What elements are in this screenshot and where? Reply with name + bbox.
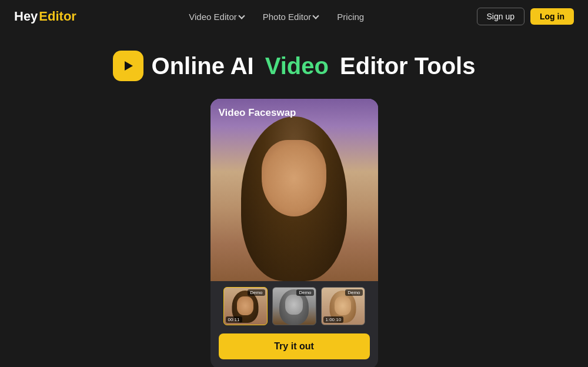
nav-photo-editor[interactable]: Photo Editor [263, 12, 319, 22]
logo-editor: Editor [39, 9, 76, 24]
navbar: HeyEditor Video Editor Photo Editor Pric… [0, 0, 588, 33]
nav-pricing[interactable]: Pricing [337, 12, 364, 22]
hero-title: Online AI Video Editor Tools [113, 51, 476, 81]
face-skin [262, 140, 326, 216]
logo[interactable]: HeyEditor [14, 9, 76, 24]
svg-marker-0 [125, 61, 133, 71]
login-button[interactable]: Log in [530, 8, 574, 25]
demo-badge-2: Demo [296, 289, 313, 296]
nav-actions: Sign up Log in [477, 8, 574, 25]
signup-button[interactable]: Sign up [477, 8, 524, 25]
thumb-skin-3 [335, 296, 351, 315]
play-svg [121, 59, 135, 73]
nav-video-editor[interactable]: Video Editor [189, 12, 243, 22]
thumbnail-1[interactable]: Demo 00:11 [223, 287, 268, 325]
chevron-down-icon [313, 12, 319, 19]
demo-badge-1: Demo [248, 289, 265, 296]
thumbnails-row: Demo 00:11 Demo Demo 1:00:10 [211, 281, 378, 331]
time-badge-3: 1:00:10 [323, 316, 344, 323]
card-image: Video Faceswap [211, 99, 378, 281]
card-title: Video Faceswap [219, 107, 296, 119]
thumbnail-3[interactable]: Demo 1:00:10 [321, 287, 365, 325]
thumb-skin-2 [285, 295, 303, 315]
feature-card: Video Faceswap Demo 00:11 Demo [211, 99, 378, 367]
try-button[interactable]: Try it out [219, 333, 370, 359]
hero-title-text: Online AI Video Editor Tools [152, 53, 476, 79]
time-badge-1: 00:11 [226, 316, 242, 323]
nav-links: Video Editor Photo Editor Pricing [189, 12, 364, 22]
chevron-down-icon [238, 12, 245, 19]
demo-badge-3: Demo [345, 289, 362, 296]
logo-hey: Hey [14, 9, 38, 24]
play-icon [113, 51, 143, 81]
thumbnail-2[interactable]: Demo [272, 287, 316, 325]
main-content: Online AI Video Editor Tools Video Faces… [0, 33, 588, 367]
thumb-skin-1 [237, 296, 253, 315]
